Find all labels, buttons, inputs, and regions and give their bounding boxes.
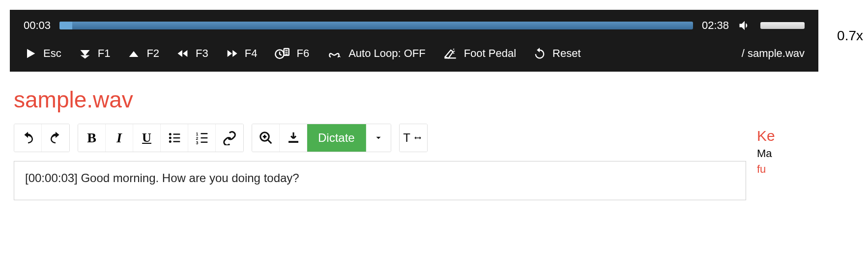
rewind-key-label: F3 bbox=[196, 47, 208, 60]
dictate-dropdown[interactable] bbox=[366, 124, 391, 152]
undo-icon bbox=[21, 131, 35, 145]
player-controls-row: Esc F1 F2 F3 F4 F6 bbox=[10, 37, 818, 72]
svg-rect-6 bbox=[173, 137, 180, 139]
zoom-in-button[interactable] bbox=[252, 124, 280, 152]
audio-player-bar: 00:03 02:38 Esc F1 F2 F3 bbox=[10, 10, 818, 72]
total-time-label: 02:38 bbox=[702, 19, 729, 32]
autoloop-label: Auto Loop: OFF bbox=[348, 47, 426, 60]
redo-button[interactable] bbox=[42, 124, 69, 152]
horizontal-arrows-icon bbox=[412, 133, 423, 142]
bold-button[interactable]: B bbox=[78, 124, 106, 152]
download-icon bbox=[286, 131, 301, 145]
editor-toolbar: B I U 123 bbox=[14, 124, 746, 152]
numbered-list-button[interactable]: 123 bbox=[188, 124, 216, 152]
toolbar-group-dictate: Dictate bbox=[252, 124, 391, 152]
volume-icon[interactable] bbox=[738, 19, 752, 32]
toolbar-group-format: B I U 123 bbox=[78, 124, 244, 152]
skip-forward-button[interactable]: F2 bbox=[127, 47, 159, 60]
svg-point-3 bbox=[169, 137, 171, 139]
svg-rect-7 bbox=[173, 141, 180, 142]
foot-pedal-label: Foot Pedal bbox=[464, 47, 516, 60]
skip-fwd-key-label: F2 bbox=[146, 47, 159, 60]
underline-button[interactable]: U bbox=[133, 124, 161, 152]
file-path-prefix: / bbox=[742, 47, 745, 60]
bullet-list-button[interactable] bbox=[161, 124, 188, 152]
link-icon bbox=[222, 131, 237, 145]
foot-pedal-button[interactable]: Foot Pedal bbox=[442, 47, 516, 60]
chevron-down-filled-icon bbox=[78, 47, 92, 60]
chevron-up-filled-icon bbox=[127, 47, 141, 60]
autoloop-button[interactable]: Auto Loop: OFF bbox=[326, 47, 426, 60]
skip-back-key-label: F1 bbox=[98, 47, 111, 60]
play-key-label: Esc bbox=[43, 47, 61, 60]
dictate-button[interactable]: Dictate bbox=[307, 124, 366, 152]
bullet-list-icon bbox=[167, 131, 182, 145]
current-time-label: 00:03 bbox=[24, 19, 51, 32]
progress-row: 00:03 02:38 bbox=[10, 10, 818, 37]
rewind-icon bbox=[176, 47, 190, 60]
play-icon bbox=[24, 47, 37, 60]
playback-speed-label[interactable]: 0.7x bbox=[837, 28, 863, 44]
svg-rect-11 bbox=[201, 133, 207, 134]
file-title-heading: sample.wav bbox=[14, 86, 854, 113]
text-width-glyph: T bbox=[403, 131, 410, 145]
reset-icon bbox=[533, 47, 547, 60]
svg-point-2 bbox=[169, 133, 171, 135]
loop-icon bbox=[326, 47, 343, 60]
reset-label: Reset bbox=[552, 47, 580, 60]
progress-fill bbox=[59, 22, 72, 29]
sidebar: Ke Ma fu bbox=[757, 124, 854, 176]
timestamp-key-label: F6 bbox=[296, 47, 309, 60]
undo-button[interactable] bbox=[14, 124, 42, 152]
chevron-down-icon bbox=[374, 133, 383, 142]
toolbar-group-history bbox=[14, 124, 70, 152]
timestamp-button[interactable]: F6 bbox=[274, 46, 309, 61]
svg-rect-5 bbox=[173, 133, 180, 135]
transcript-editor[interactable]: [00:00:03] Good morning. How are you doi… bbox=[14, 161, 746, 200]
skip-back-button[interactable]: F1 bbox=[78, 47, 111, 60]
text-width-icon: T bbox=[403, 131, 423, 145]
volume-slider[interactable] bbox=[760, 22, 805, 29]
svg-text:3: 3 bbox=[196, 140, 198, 145]
reset-button[interactable]: Reset bbox=[533, 47, 580, 60]
foot-pedal-icon bbox=[442, 47, 458, 60]
redo-icon bbox=[48, 131, 63, 145]
svg-rect-12 bbox=[201, 137, 207, 139]
sidebar-link[interactable]: fu bbox=[757, 163, 854, 176]
link-button[interactable] bbox=[216, 124, 243, 152]
download-button[interactable] bbox=[280, 124, 307, 152]
progress-slider[interactable] bbox=[59, 22, 693, 29]
sidebar-line-1: Ma bbox=[757, 147, 854, 160]
text-width-button[interactable]: T bbox=[400, 124, 427, 152]
timestamp-icon bbox=[274, 46, 290, 61]
fast-forward-button[interactable]: F4 bbox=[225, 47, 258, 60]
numbered-list-icon: 123 bbox=[195, 131, 209, 145]
ffwd-key-label: F4 bbox=[245, 47, 258, 60]
toolbar-group-textwidth: T bbox=[399, 124, 428, 152]
file-path-name: sample.wav bbox=[748, 47, 805, 60]
file-path: / sample.wav bbox=[742, 47, 805, 60]
sidebar-heading: Ke bbox=[757, 128, 854, 144]
italic-button[interactable]: I bbox=[106, 124, 133, 152]
zoom-in-icon bbox=[259, 131, 273, 145]
svg-point-4 bbox=[169, 140, 171, 143]
svg-rect-13 bbox=[201, 142, 207, 143]
rewind-button[interactable]: F3 bbox=[176, 47, 208, 60]
play-button[interactable]: Esc bbox=[24, 47, 61, 60]
fast-forward-icon bbox=[225, 47, 239, 60]
